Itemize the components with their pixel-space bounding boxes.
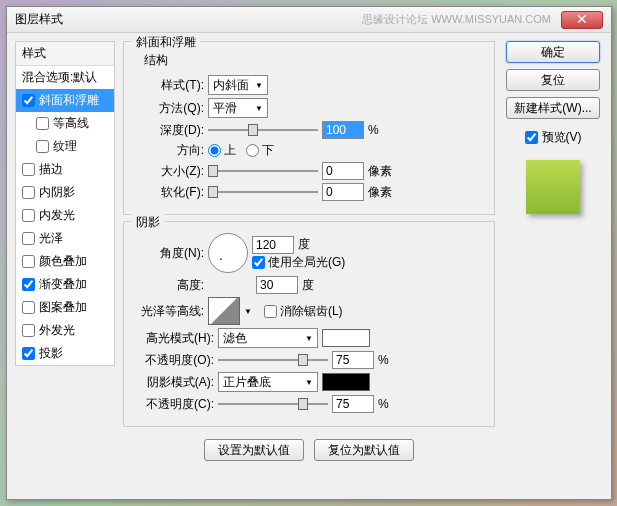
depth-label: 深度(D): <box>134 122 204 139</box>
size-slider[interactable] <box>208 163 318 179</box>
style-item[interactable]: 描边 <box>16 158 114 181</box>
styles-list-panel: 样式 混合选项:默认 斜面和浮雕等高线纹理描边内阴影内发光光泽颜色叠加渐变叠加图… <box>15 41 115 491</box>
style-item[interactable]: 图案叠加 <box>16 296 114 319</box>
highlight-opacity-slider[interactable] <box>218 352 328 368</box>
shading-title: 阴影 <box>132 214 164 231</box>
technique-label: 方法(Q): <box>134 100 204 117</box>
altitude-input[interactable] <box>256 276 298 294</box>
highlight-opacity-input[interactable] <box>332 351 374 369</box>
size-label: 大小(Z): <box>134 163 204 180</box>
style-item[interactable]: 渐变叠加 <box>16 273 114 296</box>
cancel-button[interactable]: 复位 <box>506 69 600 91</box>
gloss-contour[interactable] <box>208 297 240 325</box>
structure-title: 结构 <box>144 52 484 69</box>
technique-select[interactable]: 平滑 <box>208 98 268 118</box>
gloss-label: 光泽等高线: <box>134 303 204 320</box>
depth-input[interactable] <box>322 121 364 139</box>
bevel-emboss-group: 斜面和浮雕 结构 样式(T): 内斜面 方法(Q): 平滑 深度(D): % <box>123 41 495 215</box>
close-button[interactable]: ✕ <box>561 11 603 29</box>
global-light-checkbox[interactable]: 使用全局光(G) <box>252 254 345 271</box>
ok-button[interactable]: 确定 <box>506 41 600 63</box>
style-item[interactable]: 斜面和浮雕 <box>16 89 114 112</box>
shadow-mode-label: 阴影模式(A): <box>134 374 214 391</box>
altitude-unit: 度 <box>302 277 314 294</box>
set-default-button[interactable]: 设置为默认值 <box>204 439 304 461</box>
style-item[interactable]: 内发光 <box>16 204 114 227</box>
style-item[interactable]: 投影 <box>16 342 114 365</box>
style-item[interactable]: 内阴影 <box>16 181 114 204</box>
style-select[interactable]: 内斜面 <box>208 75 268 95</box>
watermark: 思缘设计论坛 WWW.MISSYUAN.COM <box>362 12 551 27</box>
direction-label: 方向: <box>134 142 204 159</box>
style-label: 样式(T): <box>134 77 204 94</box>
shading-group: 阴影 角度(N): 度 使用全局光(G) 高度: <box>123 221 495 427</box>
soften-label: 软化(F): <box>134 184 204 201</box>
reset-default-button[interactable]: 复位为默认值 <box>314 439 414 461</box>
antialiased-checkbox[interactable]: 消除锯齿(L) <box>264 303 343 320</box>
angle-dial[interactable] <box>208 233 248 273</box>
blend-options-item[interactable]: 混合选项:默认 <box>16 66 114 89</box>
layer-style-dialog: 图层样式 思缘设计论坛 WWW.MISSYUAN.COM ✕ 样式 混合选项:默… <box>6 6 612 500</box>
titlebar[interactable]: 图层样式 思缘设计论坛 WWW.MISSYUAN.COM ✕ <box>7 7 611 33</box>
style-item[interactable]: 等高线 <box>16 112 114 135</box>
group-title: 斜面和浮雕 <box>132 34 200 51</box>
preview-checkbox[interactable]: 预览(V) <box>525 129 582 146</box>
opacity-unit: % <box>378 353 389 367</box>
soften-unit: 像素 <box>368 184 392 201</box>
soften-slider[interactable] <box>208 184 318 200</box>
shadow-opacity-label: 不透明度(C): <box>134 396 214 413</box>
preview-swatch <box>526 160 580 214</box>
direction-up-radio[interactable]: 上 <box>208 142 236 159</box>
highlight-mode-label: 高光模式(H): <box>134 330 214 347</box>
direction-down-radio[interactable]: 下 <box>246 142 274 159</box>
style-item[interactable]: 纹理 <box>16 135 114 158</box>
highlight-color[interactable] <box>322 329 370 347</box>
shadow-mode-select[interactable]: 正片叠底 <box>218 372 318 392</box>
size-input[interactable] <box>322 162 364 180</box>
highlight-mode-select[interactable]: 滤色 <box>218 328 318 348</box>
depth-slider[interactable] <box>208 122 318 138</box>
styles-header: 样式 <box>16 42 114 66</box>
style-item[interactable]: 外发光 <box>16 319 114 342</box>
shadow-color[interactable] <box>322 373 370 391</box>
angle-unit: 度 <box>298 236 310 253</box>
angle-input[interactable] <box>252 236 294 254</box>
highlight-opacity-label: 不透明度(O): <box>134 352 214 369</box>
angle-label: 角度(N): <box>134 245 204 262</box>
size-unit: 像素 <box>368 163 392 180</box>
style-item[interactable]: 光泽 <box>16 227 114 250</box>
depth-unit: % <box>368 123 379 137</box>
shadow-opacity-slider[interactable] <box>218 396 328 412</box>
shadow-opacity-input[interactable] <box>332 395 374 413</box>
altitude-label: 高度: <box>134 277 204 294</box>
soften-input[interactable] <box>322 183 364 201</box>
new-style-button[interactable]: 新建样式(W)... <box>506 97 600 119</box>
style-item[interactable]: 颜色叠加 <box>16 250 114 273</box>
